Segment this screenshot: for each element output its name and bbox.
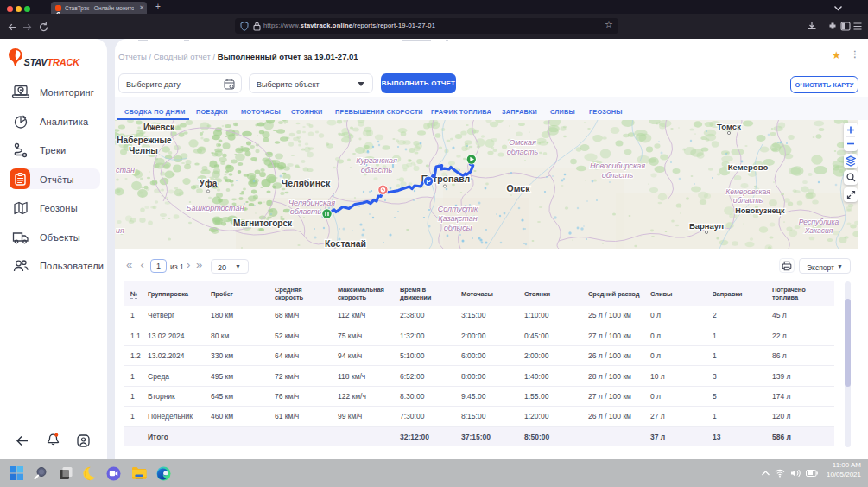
svg-text:Хакасия: Хакасия	[804, 226, 833, 235]
svg-text:Челябинск: Челябинск	[282, 178, 331, 188]
svg-text:Набережные: Набережные	[117, 136, 172, 145]
svg-text:Барнаул: Барнаул	[689, 221, 724, 231]
svg-text:Ижевск: Ижевск	[143, 123, 175, 132]
svg-text:Кемеровская: Кемеровская	[725, 187, 770, 196]
svg-text:Томск: Томск	[717, 122, 741, 131]
svg-text:Кемерово: Кемерово	[728, 162, 769, 172]
svg-text:область: область	[602, 171, 634, 180]
svg-text:облысы: облысы	[444, 224, 472, 232]
svg-text:Омская: Омская	[509, 138, 536, 147]
svg-text:TRACK: TRACK	[48, 57, 81, 67]
svg-text:Новокузнецк: Новокузнецк	[735, 206, 785, 215]
svg-text:область: область	[290, 207, 322, 216]
svg-text:P: P	[426, 178, 430, 186]
svg-text:Костанай: Костанай	[325, 238, 366, 249]
svg-text:Қазақстан: Қазақстан	[438, 214, 477, 223]
svg-text:STAV: STAV	[24, 57, 49, 67]
svg-text:Новосибирская: Новосибирская	[590, 161, 645, 170]
svg-text:ия: ия	[116, 226, 124, 235]
svg-text:Солтустік: Солтустік	[438, 205, 478, 213]
svg-text:Башкортостан: Башкортостан	[187, 204, 244, 212]
svg-text:Магнитогорск: Магнитогорск	[233, 218, 293, 228]
svg-text:Челны: Челны	[129, 146, 158, 155]
svg-text:Курганская: Курганская	[356, 156, 397, 165]
svg-text:Республика: Республика	[799, 218, 839, 226]
svg-text:Омск: Омск	[507, 183, 531, 193]
svg-text:стан: стан	[116, 166, 135, 174]
svg-text:область: область	[733, 196, 763, 205]
svg-text:область: область	[507, 148, 539, 156]
svg-text:Уфа: Уфа	[200, 179, 218, 188]
svg-text:область: область	[361, 166, 393, 174]
svg-text:Челябинская: Челябинская	[288, 199, 335, 207]
